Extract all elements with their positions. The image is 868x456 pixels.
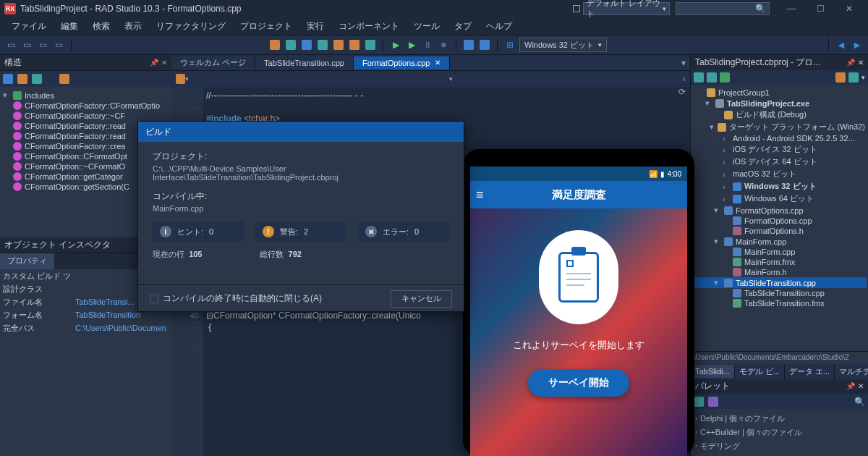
tb-icon-4[interactable]: [316, 38, 329, 51]
search-icon[interactable]: 🔍: [854, 397, 865, 407]
ed-combo-icon[interactable]: ▾: [176, 72, 189, 85]
project-tree-row[interactable]: ▾TabSlideTransition.cpp: [692, 277, 867, 288]
minimize-button[interactable]: —: [777, 0, 806, 17]
run-button[interactable]: ▶: [389, 38, 402, 51]
bottom-tab[interactable]: マルチデ...: [835, 364, 868, 379]
step-icon[interactable]: [462, 38, 475, 51]
project-tree-row[interactable]: ›Windows 32 ビット: [692, 180, 867, 193]
tb-new-icon[interactable]: ▭: [4, 38, 17, 51]
stop-button[interactable]: ■: [437, 38, 450, 51]
tb-save2-icon[interactable]: [300, 38, 313, 51]
autoclose-checkbox[interactable]: コンパイルの終了時に自動的に閉じる(A): [150, 292, 322, 305]
palette-category[interactable]: › モデリング: [695, 439, 864, 453]
tb-icon-5[interactable]: [332, 38, 345, 51]
editor-tab[interactable]: TabSlideTransition.cpp: [255, 56, 354, 69]
project-tree-row[interactable]: ›iOS デバイス 64 ビット: [692, 156, 867, 168]
palette-category[interactable]: › C++Builder | 個々のファイル: [695, 426, 864, 439]
project-tree-row[interactable]: TabSlideTransition.fmx: [692, 298, 867, 308]
pin-icon[interactable]: 📌: [846, 59, 855, 67]
menu-ヘルプ[interactable]: ヘルプ: [479, 18, 519, 35]
bottom-tab[interactable]: TabSlidi...: [691, 365, 735, 378]
property-row[interactable]: 完全パスC:\Users\Public\Documen: [0, 321, 171, 334]
chevron-down-icon[interactable]: ▾: [449, 75, 453, 83]
dock-icon[interactable]: [573, 5, 580, 12]
project-tree-row[interactable]: ▾MainForm.cpp: [692, 236, 867, 247]
layout-combo[interactable]: デフォルト レイアウト ▾: [583, 2, 670, 15]
project-tree-row[interactable]: MainForm.fmx: [692, 257, 867, 267]
menu-ファイル[interactable]: ファイル: [4, 18, 54, 35]
project-tree-row[interactable]: ▾ターゲット プラットフォーム (Win32): [692, 121, 867, 133]
panel-close-icon[interactable]: ✕: [858, 382, 864, 390]
struct-tb-icon[interactable]: [17, 74, 27, 84]
proj-tb-icon[interactable]: [720, 72, 730, 83]
step-icon-2[interactable]: [478, 38, 491, 51]
palette-category[interactable]: › Delphi | 個々のファイル: [695, 412, 864, 426]
panel-close-icon[interactable]: ✕: [858, 59, 864, 67]
nav-back-button[interactable]: ◄: [835, 38, 848, 51]
palette-body[interactable]: › Delphi | 個々のファイル› C++Builder | 個々のファイル…: [691, 409, 868, 456]
project-tree-row[interactable]: ビルド構成 (Debug): [692, 109, 867, 121]
menu-実行[interactable]: 実行: [299, 18, 331, 35]
project-tree-row[interactable]: MainForm.cpp: [692, 247, 867, 257]
project-tree-row[interactable]: FormatOptions.cpp: [692, 216, 867, 226]
project-tree-row[interactable]: ›Android - Android SDK 25.2.5 32...: [692, 133, 867, 143]
panel-close-icon[interactable]: ✕: [161, 59, 167, 67]
close-button[interactable]: ✕: [835, 0, 864, 17]
project-tree-row[interactable]: ProjectGroup1: [692, 88, 867, 98]
tab-close-icon[interactable]: ✕: [435, 59, 441, 67]
objinsp-tab-props[interactable]: プロパティ: [0, 253, 54, 269]
maximize-button[interactable]: ☐: [806, 0, 835, 17]
menu-タブ[interactable]: タブ: [447, 18, 479, 35]
project-tree-row[interactable]: ▾FormatOptions.cpp: [692, 205, 867, 216]
nav-fwd-button[interactable]: ►: [851, 38, 864, 51]
project-tree-row[interactable]: FormatOptions.h: [692, 226, 867, 236]
tb-save-icon[interactable]: ▭: [36, 38, 49, 51]
ed-nav-prev[interactable]: ‹: [683, 74, 686, 84]
tb-saveall-icon[interactable]: ▭: [52, 38, 65, 51]
palette-tb-icon[interactable]: [708, 397, 718, 407]
tree-row[interactable]: ▾Includes: [1, 90, 170, 101]
tb-open-icon[interactable]: ▭: [20, 38, 33, 51]
cancel-button[interactable]: キャンセル: [391, 290, 452, 308]
chevron-down-icon[interactable]: ▾: [861, 74, 865, 81]
run-no-debug-button[interactable]: ▶: [405, 38, 418, 51]
pause-button[interactable]: ⏸: [421, 38, 434, 51]
ed-refresh-icon[interactable]: ⟳: [678, 87, 686, 97]
tree-row[interactable]: CFormatOptionFactory::~CF: [1, 111, 170, 121]
proj-tb-icon[interactable]: [848, 72, 859, 83]
proj-tb-icon[interactable]: [707, 72, 717, 83]
struct-tb-icon[interactable]: [32, 74, 42, 84]
bottom-tab[interactable]: データ エ...: [785, 364, 835, 379]
project-tree-row[interactable]: TabSlideTransition.cpp: [692, 288, 867, 298]
menu-検索[interactable]: 検索: [85, 18, 117, 35]
chevron-down-icon[interactable]: ▾: [677, 58, 690, 68]
editor-tab[interactable]: FormatOptions.cpp ✕: [354, 56, 450, 69]
project-tree-row[interactable]: ›Windows 64 ビット: [692, 193, 867, 205]
proj-tb-icon[interactable]: [835, 72, 846, 83]
project-tree-row[interactable]: ▾TabSlidingProject.exe: [692, 98, 867, 109]
struct-tb-icon[interactable]: [59, 74, 69, 84]
menu-コンポーネント[interactable]: コンポーネント: [331, 18, 407, 35]
project-tree[interactable]: ProjectGroup1▾TabSlidingProject.exeビルド構成…: [691, 85, 868, 351]
search-field[interactable]: 🔍: [676, 2, 770, 15]
tb-folder-icon[interactable]: [268, 38, 281, 51]
project-tree-row[interactable]: MainForm.h: [692, 267, 867, 277]
survey-start-button[interactable]: サーベイ開始: [528, 369, 629, 397]
struct-tb-icon[interactable]: [3, 74, 13, 84]
project-tree-row[interactable]: ›iOS デバイス 32 ビット: [692, 143, 867, 156]
pin-icon[interactable]: 📌: [846, 382, 855, 390]
pin-icon[interactable]: 📌: [150, 59, 158, 67]
proj-tb-icon[interactable]: [694, 72, 704, 83]
tb-icon-2[interactable]: [284, 38, 297, 51]
menu-編集[interactable]: 編集: [54, 18, 85, 35]
menu-リファクタリング[interactable]: リファクタリング: [149, 18, 233, 35]
project-tree-row[interactable]: ›macOS 32 ビット: [692, 168, 867, 180]
menu-表示[interactable]: 表示: [117, 18, 149, 35]
platform-combo[interactable]: Windows 32 ビット ▾: [519, 38, 607, 52]
menu-プロジェクト[interactable]: プロジェクト: [233, 18, 299, 35]
tb-icon-6[interactable]: [348, 38, 361, 51]
tree-row[interactable]: CFormatOptionFactory::CFormatOptio: [1, 101, 170, 111]
palette-tb-icon[interactable]: [694, 397, 704, 407]
editor-tab[interactable]: ウェルカム ページ: [171, 55, 255, 70]
bottom-tab[interactable]: モデル ビ...: [735, 364, 785, 379]
